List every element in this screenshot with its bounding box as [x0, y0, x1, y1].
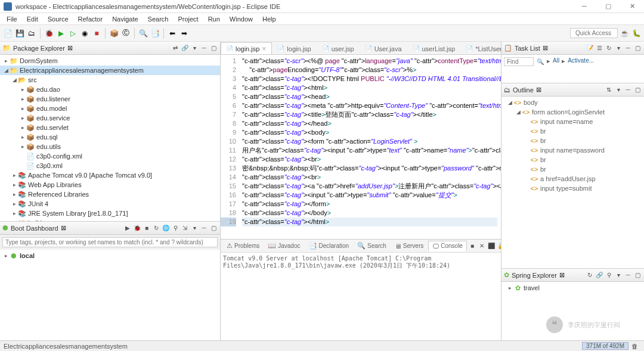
- run-last-button[interactable]: ▷: [67, 28, 78, 39]
- close-button[interactable]: ✕: [624, 2, 640, 10]
- editor-body[interactable]: 12345678910111213141516171819 "c-attr">c…: [221, 55, 501, 239]
- minimize-view-button[interactable]: ─: [200, 44, 208, 52]
- menu-file[interactable]: File: [2, 14, 21, 24]
- tree-item[interactable]: ▸📦edu.utils: [0, 142, 220, 151]
- spring-filter-button[interactable]: ⚲: [605, 271, 613, 279]
- view-menu-button[interactable]: ▾: [190, 44, 199, 52]
- editor-tab[interactable]: 📄user.jsp: [317, 42, 360, 54]
- spring-max-button[interactable]: ▢: [633, 271, 642, 279]
- tasklist-all-link[interactable]: All: [553, 57, 559, 64]
- package-explorer-tree[interactable]: ▸📁DormSystem◢📁Electricappliancesalesmana…: [0, 55, 220, 221]
- menu-project[interactable]: Project: [174, 14, 202, 24]
- outline-max-button[interactable]: ▢: [633, 86, 642, 94]
- boot-dashboard-tree[interactable]: ▸⬢local: [0, 250, 220, 340]
- spring-item[interactable]: ▸✿travel: [501, 283, 644, 293]
- console-toolbar-btn-1[interactable]: ✕: [478, 242, 486, 250]
- spring-link-button[interactable]: 🔗: [595, 271, 603, 279]
- tasklist-sync-button[interactable]: ↻: [605, 44, 613, 52]
- save-button[interactable]: 💾: [14, 28, 25, 39]
- tree-item[interactable]: ▸📦edu.model: [0, 104, 220, 113]
- menu-window[interactable]: Window: [225, 14, 257, 24]
- tree-item[interactable]: ▸📚JRE System Library [jre1.8.0_171]: [0, 209, 220, 218]
- boot-run-button[interactable]: ▶: [123, 224, 132, 232]
- menu-edit[interactable]: Edit: [23, 14, 42, 24]
- collapse-all-button[interactable]: ⇄: [171, 44, 179, 52]
- outline-item[interactable]: <>br: [501, 155, 644, 164]
- console-toolbar-btn-0[interactable]: ■: [468, 242, 476, 250]
- outline-sort-button[interactable]: ⇅: [605, 86, 613, 94]
- menu-navigate[interactable]: Navigate: [108, 14, 142, 24]
- tasklist-cat-button[interactable]: ☰: [595, 44, 603, 52]
- outline-item[interactable]: ◢<>body: [501, 98, 644, 107]
- maximize-view-button[interactable]: ▢: [209, 44, 218, 52]
- spring-explorer-tree[interactable]: ▸✿travel: [501, 282, 644, 340]
- menu-refactor[interactable]: Refactor: [74, 14, 107, 24]
- search-button[interactable]: 🔍: [138, 28, 148, 39]
- boot-globe-button[interactable]: 🌐: [162, 224, 170, 232]
- editor-code[interactable]: "c-attr">class="c-scr"><%@ page "c-attr"…: [239, 55, 501, 239]
- outline-item[interactable]: ◢<>form action=LoginServlet: [501, 107, 644, 117]
- menu-help[interactable]: Help: [258, 14, 280, 24]
- tree-item[interactable]: ▸📦edu.sql: [0, 132, 220, 142]
- tree-item[interactable]: ▸📦edu.dao: [0, 85, 220, 94]
- boot-collapse-button[interactable]: ⇲: [181, 224, 189, 232]
- minimize-button[interactable]: ─: [576, 2, 593, 10]
- debug-button[interactable]: 🐞: [44, 28, 54, 39]
- editor-tab[interactable]: 📄login.jsp✕: [221, 42, 272, 54]
- tasklist-activate-link[interactable]: Activate...: [568, 57, 594, 64]
- outline-item[interactable]: <>br: [501, 136, 644, 145]
- boot-refresh-button[interactable]: ↻: [152, 224, 160, 232]
- perspective-debug-button[interactable]: 🐛: [631, 28, 642, 39]
- console-tab-problems[interactable]: ⚠Problems: [223, 241, 263, 251]
- outline-tree[interactable]: ◢<>body◢<>form action=LoginServlet<>inpu…: [501, 97, 644, 268]
- editor-tab[interactable]: 📄login.jsp: [272, 42, 316, 54]
- outline-item[interactable]: <>input name=password: [501, 145, 644, 155]
- tree-item[interactable]: ▸📦edu.servlet: [0, 123, 220, 132]
- tree-item[interactable]: ▸📚JUnit 4: [0, 199, 220, 209]
- quick-access-input[interactable]: [570, 28, 618, 38]
- close-icon[interactable]: ✕: [262, 46, 267, 52]
- console-tab-search[interactable]: 🔍Search: [354, 241, 390, 251]
- maximize-button[interactable]: ▢: [600, 2, 617, 10]
- outline-item[interactable]: <>br: [501, 126, 644, 136]
- console-tab-javadoc[interactable]: 📖Javadoc: [264, 241, 304, 251]
- coverage-button[interactable]: ◉: [79, 28, 90, 39]
- tasklist-new-button[interactable]: 📝: [586, 44, 594, 52]
- spring-refresh-button[interactable]: ↻: [586, 271, 594, 279]
- console-tab-servers[interactable]: 🖥Servers: [391, 241, 427, 251]
- tree-item[interactable]: ▸📚Referenced Libraries: [0, 190, 220, 199]
- tasklist-menu-button[interactable]: ▾: [614, 44, 623, 52]
- outline-min-button[interactable]: ─: [624, 86, 632, 94]
- memory-indicator[interactable]: 371M of 492M: [582, 342, 628, 350]
- link-editor-button[interactable]: 🔗: [181, 44, 189, 52]
- outline-menu-button[interactable]: ▾: [614, 86, 623, 94]
- menu-run[interactable]: Run: [204, 14, 224, 24]
- open-type-button[interactable]: 📑: [150, 28, 160, 39]
- console-tab-console[interactable]: 🖵Console: [428, 241, 467, 251]
- boot-menu-button[interactable]: ▾: [190, 224, 199, 232]
- tree-item[interactable]: ◢📁Electricappliancesalesmanagementsystem: [0, 66, 220, 75]
- boot-debug-button[interactable]: 🐞: [133, 224, 141, 232]
- back-button[interactable]: ⬅: [167, 28, 178, 39]
- boot-max-button[interactable]: ▢: [209, 224, 218, 232]
- perspective-java-button[interactable]: ☕: [619, 28, 630, 39]
- tree-item[interactable]: ▸📚Apache Tomcat v9.0 [Apache Tomcat v9.0…: [0, 170, 220, 180]
- new-class-button[interactable]: Ⓒ: [120, 28, 131, 39]
- boot-filter-input[interactable]: [2, 237, 218, 247]
- boot-item[interactable]: ▸⬢local: [0, 251, 220, 260]
- outline-item[interactable]: <>input type=submit: [501, 184, 644, 193]
- editor-tab[interactable]: 📄userList.jsp: [407, 42, 461, 54]
- tree-item[interactable]: ▸📦edu.service: [0, 113, 220, 123]
- tree-item[interactable]: ▸📚Web App Libraries: [0, 180, 220, 190]
- tasklist-min-button[interactable]: ─: [624, 44, 632, 52]
- tree-item[interactable]: 📄c3p0.xml: [0, 161, 220, 170]
- new-package-button[interactable]: 📦: [109, 28, 119, 39]
- tree-item[interactable]: ◢📂src: [0, 75, 220, 85]
- save-all-button[interactable]: 🗂: [26, 28, 37, 39]
- console-tab-declaration[interactable]: 📑Declaration: [305, 241, 353, 251]
- gc-button[interactable]: 🗑: [628, 343, 640, 350]
- spring-menu-button[interactable]: ▾: [614, 271, 623, 279]
- new-button[interactable]: 📄: [2, 28, 13, 39]
- outline-item[interactable]: <>br: [501, 164, 644, 174]
- editor-tab[interactable]: 📄User.java: [360, 42, 407, 54]
